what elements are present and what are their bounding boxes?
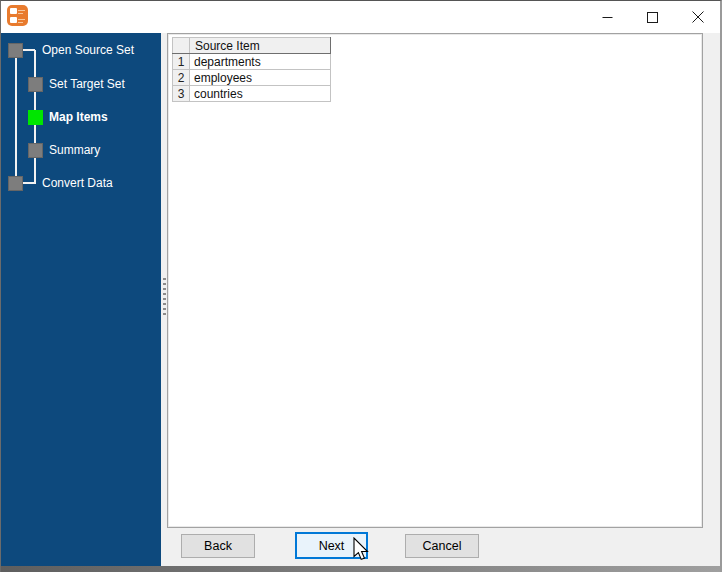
- main-region: Source Item 1 departments 2 employees 3 …: [161, 33, 720, 567]
- source-items-table: Source Item 1 departments 2 employees 3 …: [172, 37, 331, 102]
- window-bottom-edge: [1, 566, 720, 572]
- step-status-box: [8, 43, 23, 58]
- close-icon: [692, 11, 704, 23]
- step-status-box-active: [28, 110, 43, 125]
- close-button[interactable]: [675, 1, 720, 33]
- table-row: 3 countries: [173, 86, 331, 102]
- maximize-icon: [647, 12, 658, 23]
- step-map-items-active: Map Items: [28, 109, 108, 125]
- row-number: 2: [173, 70, 190, 86]
- table-corner-cell: [173, 38, 190, 54]
- source-item-cell[interactable]: employees: [190, 70, 331, 86]
- minimize-icon: [602, 12, 613, 23]
- step-status-box: [28, 77, 43, 92]
- back-button[interactable]: Back: [181, 534, 255, 558]
- step-convert-data: Convert Data: [8, 175, 113, 191]
- splitter-handle[interactable]: [163, 278, 166, 318]
- step-summary: Summary: [28, 142, 100, 158]
- step-status-box: [28, 143, 43, 158]
- row-number: 3: [173, 86, 190, 102]
- mouse-cursor-icon: [353, 537, 371, 563]
- table-row: 2 employees: [173, 70, 331, 86]
- step-label: Convert Data: [42, 176, 113, 190]
- step-set-target-set: Set Target Set: [28, 76, 125, 92]
- table-header-row: Source Item: [173, 38, 331, 54]
- maximize-button[interactable]: [630, 1, 675, 33]
- step-label: Open Source Set: [42, 43, 134, 57]
- step-open-source-set: Open Source Set: [8, 42, 134, 58]
- row-number: 1: [173, 54, 190, 70]
- table-row: 1 departments: [173, 54, 331, 70]
- cancel-button[interactable]: Cancel: [405, 534, 479, 558]
- source-item-cell[interactable]: departments: [190, 54, 331, 70]
- step-label: Summary: [49, 143, 100, 157]
- app-window: Open Source Set Set Target Set Map Items…: [0, 0, 722, 572]
- step-label: Set Target Set: [49, 77, 125, 91]
- wizard-steps-sidebar: Open Source Set Set Target Set Map Items…: [1, 33, 161, 567]
- content-panel: Source Item 1 departments 2 employees 3 …: [167, 33, 703, 528]
- source-item-cell[interactable]: countries: [190, 86, 331, 102]
- titlebar: [1, 1, 720, 33]
- step-label: Map Items: [49, 110, 108, 124]
- minimize-button[interactable]: [585, 1, 630, 33]
- step-status-box: [8, 176, 23, 191]
- app-icon: [7, 5, 28, 26]
- step-connector-line: [15, 58, 17, 177]
- column-header-source-item: Source Item: [190, 38, 331, 54]
